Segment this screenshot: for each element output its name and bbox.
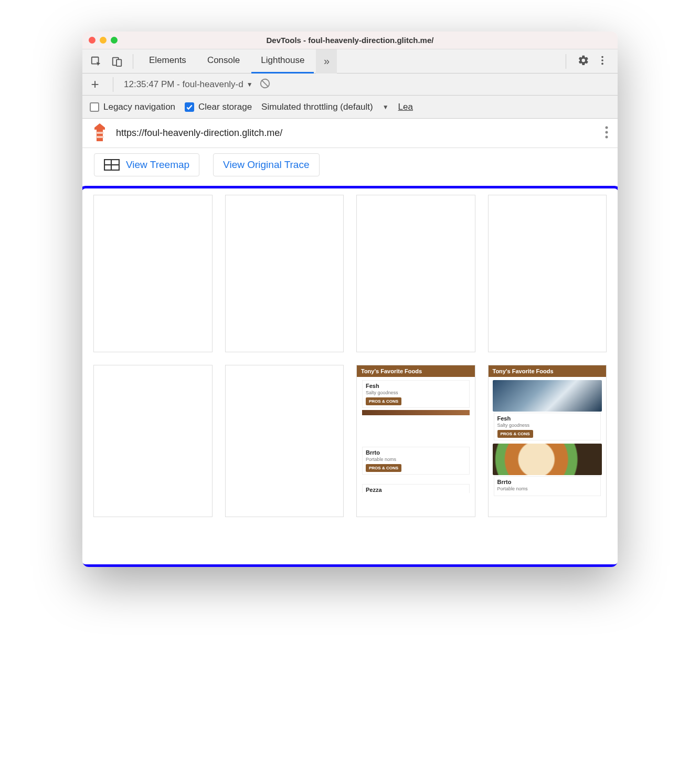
zoom-window-button[interactable] (111, 37, 118, 44)
tab-elements[interactable]: Elements (140, 49, 196, 73)
mini-sub: Portable noms (497, 486, 598, 491)
device-toolbar-icon[interactable] (108, 52, 126, 71)
svg-point-13 (606, 131, 608, 133)
mini-title: Pezza (366, 487, 466, 493)
filmstrip-frame-2[interactable] (225, 195, 344, 352)
devtools-tab-bar: Elements Console Lighthouse » (82, 49, 618, 73)
divider (566, 54, 566, 69)
filmstrip-frame-4[interactable] (488, 195, 607, 352)
mini-card: Fesh Salty goodness PROS & CONS (362, 380, 470, 408)
divider (113, 77, 113, 92)
mini-card: Fesh Salty goodness PROS & CONS (494, 413, 601, 440)
filmstrip-highlight: Tony's Favorite Foods Fesh Salty goodnes… (82, 186, 618, 567)
report-menu-icon[interactable] (605, 125, 608, 141)
more-tabs-button[interactable]: » (316, 49, 337, 73)
mini-header: Tony's Favorite Foods (489, 365, 607, 377)
filmstrip-grid: Tony's Favorite Foods Fesh Salty goodnes… (93, 195, 607, 517)
mini-title: Fesh (497, 415, 598, 422)
mini-card: Brrto Portable noms (494, 476, 601, 496)
view-original-trace-button[interactable]: View Original Trace (213, 153, 319, 176)
legacy-navigation-checkbox[interactable]: Legacy navigation (90, 102, 175, 112)
filmstrip-frame-3[interactable] (356, 195, 475, 352)
svg-point-5 (601, 62, 603, 65)
view-original-trace-label: View Original Trace (223, 159, 309, 171)
session-label: 12:35:47 PM - foul-heavenly-d (124, 79, 243, 90)
clear-storage-label: Clear storage (198, 102, 252, 112)
mini-sub: Salty goodness (497, 423, 598, 428)
lighthouse-session-bar: + 12:35:47 PM - foul-heavenly-d ▼ (82, 73, 618, 96)
mini-btn: PROS & CONS (366, 397, 401, 405)
new-report-button[interactable]: + (88, 76, 102, 92)
mini-sub: Salty goodness (366, 390, 466, 395)
svg-rect-2 (116, 59, 121, 66)
view-treemap-label: View Treemap (126, 159, 189, 171)
mini-card: Pezza (362, 484, 470, 493)
settings-icon[interactable] (578, 55, 589, 68)
filmstrip-frame-5[interactable] (93, 365, 213, 517)
mini-header: Tony's Favorite Foods (357, 365, 475, 377)
divider (133, 54, 133, 69)
mini-image-burrito (493, 444, 602, 475)
throttling-select[interactable]: Simulated throttling (default) (261, 102, 373, 112)
devtools-window: DevTools - foul-heavenly-direction.glitc… (82, 31, 618, 567)
throttling-label: Simulated throttling (default) (261, 102, 373, 112)
legacy-navigation-label: Legacy navigation (103, 102, 175, 112)
report-url: https://foul-heavenly-direction.glitch.m… (116, 128, 597, 139)
learn-more-link[interactable]: Lea (398, 102, 413, 112)
filmstrip-frame-8[interactable]: Tony's Favorite Foods Fesh Salty goodnes… (488, 365, 607, 517)
report-url-bar: https://foul-heavenly-direction.glitch.m… (82, 119, 618, 148)
window-title: DevTools - foul-heavenly-direction.glitc… (82, 36, 618, 45)
mini-card: Brrto Portable noms PROS & CONS (362, 447, 470, 475)
mini-image-strip (362, 410, 470, 415)
tab-console[interactable]: Console (198, 49, 249, 73)
mini-title: Brrto (497, 479, 598, 485)
mini-title: Brrto (366, 449, 466, 456)
svg-point-3 (601, 56, 603, 58)
chevron-down-icon: ▼ (383, 103, 389, 111)
svg-rect-11 (96, 136, 103, 138)
view-treemap-button[interactable]: View Treemap (94, 153, 199, 176)
mini-btn: PROS & CONS (366, 464, 401, 472)
svg-point-12 (606, 126, 608, 129)
kebab-menu-icon[interactable] (597, 55, 608, 68)
tab-lighthouse[interactable]: Lighthouse (251, 49, 314, 73)
report-action-buttons: View Treemap View Original Trace (82, 148, 618, 186)
traffic-lights (89, 37, 118, 44)
filmstrip-frame-6[interactable] (225, 365, 344, 517)
svg-line-7 (261, 80, 268, 87)
svg-marker-8 (94, 123, 105, 130)
minimize-window-button[interactable] (100, 37, 107, 44)
session-select[interactable]: 12:35:47 PM - foul-heavenly-d ▼ (124, 79, 253, 90)
close-window-button[interactable] (89, 37, 96, 44)
svg-point-14 (606, 135, 608, 138)
svg-rect-10 (96, 132, 103, 134)
filmstrip-frame-1[interactable] (93, 195, 213, 352)
lighthouse-logo-icon (92, 123, 108, 143)
titlebar: DevTools - foul-heavenly-direction.glitc… (82, 31, 618, 49)
mini-image-fish (493, 380, 602, 412)
mini-sub: Portable noms (366, 457, 466, 462)
mini-btn: PROS & CONS (497, 430, 533, 438)
mini-title: Fesh (366, 383, 466, 389)
chevron-down-icon: ▼ (247, 81, 253, 88)
filmstrip-frame-7[interactable]: Tony's Favorite Foods Fesh Salty goodnes… (356, 365, 475, 517)
clear-all-icon[interactable] (259, 78, 271, 91)
svg-point-4 (601, 59, 603, 61)
clear-storage-checkbox[interactable]: Clear storage (185, 102, 252, 112)
inspect-element-icon[interactable] (87, 52, 105, 71)
lighthouse-options-bar: Legacy navigation Clear storage Simulate… (82, 96, 618, 119)
svg-rect-9 (97, 130, 103, 141)
